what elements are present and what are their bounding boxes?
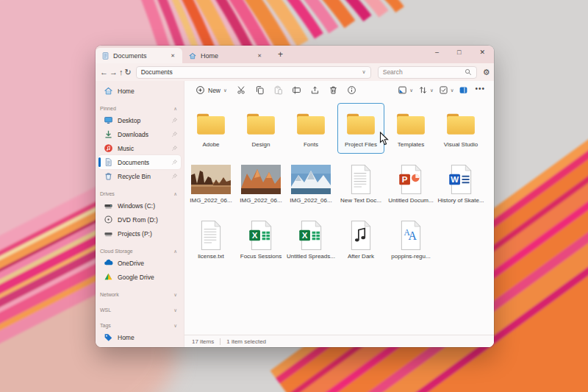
sidebar-item-music[interactable]: Music: [98, 141, 181, 155]
chevron-down-icon[interactable]: ∨: [173, 323, 177, 329]
address-text: Documents: [141, 68, 362, 76]
maximize-button[interactable]: □: [454, 47, 464, 57]
paste-icon: [273, 85, 283, 95]
main-panel: New∨∨∨∨••• AdobeDesignFontsProject Files…: [184, 81, 494, 347]
file-untitled-docum[interactable]: PUntitled Docum...: [387, 159, 434, 210]
chevron-up-icon[interactable]: ∧: [173, 106, 177, 112]
sort-button[interactable]: ∨: [418, 85, 434, 95]
sidebar-item-label: Downloads: [118, 131, 167, 138]
sidebar-item-label: Windows (C:): [118, 202, 178, 210]
sidebar-item-dvd-rom-d[interactable]: DVD Rom (D:): [98, 213, 181, 227]
chevron-up-icon[interactable]: ∧: [173, 249, 177, 254]
textdoc-icon: [349, 162, 373, 196]
rename-icon: [292, 85, 301, 95]
file-untitled-spreads[interactable]: XUntitled Spreads...: [287, 215, 334, 266]
up-button[interactable]: ↑: [119, 68, 123, 76]
pin-icon[interactable]: [171, 159, 178, 165]
folder-project-files[interactable]: Project Files: [337, 103, 384, 154]
pin-icon[interactable]: [171, 173, 178, 179]
chevron-down-icon[interactable]: ∨: [173, 307, 177, 313]
folder-icon: [345, 106, 376, 140]
window-controls: – □ ✕: [432, 47, 488, 57]
sidebar-item-downloads[interactable]: Downloads: [98, 127, 181, 141]
address-bar[interactable]: Documents ∨: [136, 66, 371, 79]
forward-button[interactable]: →: [110, 68, 118, 76]
new-button-label: New: [208, 87, 220, 94]
file-img-2022-06[interactable]: IMG_2022_06...: [237, 159, 284, 210]
sidebar-item-onedrive[interactable]: OneDrive: [98, 256, 181, 270]
pin-icon[interactable]: [171, 131, 178, 138]
folder-design[interactable]: Design: [237, 103, 284, 154]
sidebar-item-documents[interactable]: Documents: [98, 155, 181, 169]
details-pane-button[interactable]: [459, 85, 468, 95]
sidebar-item-label: Google Drive: [118, 274, 178, 281]
sidebar-section-drives[interactable]: Drives∧: [98, 189, 181, 199]
chevron-down-icon[interactable]: ∨: [362, 69, 366, 75]
file-row: IMG_2022_06...IMG_2022_06...IMG_2022_06.…: [187, 159, 494, 210]
search-box[interactable]: [378, 66, 477, 79]
sidebar-section-tags[interactable]: Tags∨: [98, 321, 181, 330]
chevron-up-icon[interactable]: ∧: [173, 191, 177, 197]
word-icon: W: [448, 162, 473, 196]
file-label: IMG_2022_06...: [190, 197, 232, 204]
sidebar-section-wsl[interactable]: WSL∨: [98, 305, 181, 315]
selection-count: 1 item selected: [226, 338, 266, 345]
file-poppins-regu[interactable]: AApoppins-regu...: [387, 215, 434, 266]
sidebar-item-label: Projects (P:): [118, 230, 178, 238]
properties-button[interactable]: [344, 83, 359, 97]
file-focus-sessions[interactable]: XFocus Sessions: [237, 215, 284, 266]
sidebar-item-recycle-bin[interactable]: Recycle Bin: [98, 169, 181, 183]
folder-templates[interactable]: Templates: [387, 103, 434, 154]
file-label: license.txt: [198, 253, 224, 260]
file-license-txt[interactable]: license.txt: [187, 215, 234, 266]
sidebar-item-projects-p[interactable]: Projects (P:): [98, 227, 181, 240]
view-options-button[interactable]: ∨: [439, 85, 454, 95]
file-after-dark[interactable]: After Dark: [337, 215, 384, 266]
sidebar-section-cloud-storage[interactable]: Cloud Storage∧: [98, 246, 181, 256]
file-label: Untitled Docum...: [388, 197, 433, 204]
tab-documents[interactable]: Documents ✕: [96, 48, 182, 63]
tag-icon: [104, 332, 113, 342]
sidebar-item-desktop[interactable]: Desktop: [98, 113, 181, 127]
share-button[interactable]: [307, 83, 323, 97]
svg-text:P: P: [402, 175, 408, 184]
file-new-text-doc[interactable]: New Text Doc...: [337, 159, 384, 210]
sidebar-item-home[interactable]: Home: [98, 84, 181, 98]
pin-icon[interactable]: [171, 145, 178, 152]
folder-adobe[interactable]: Adobe: [187, 103, 234, 154]
sidebar-section-network[interactable]: Network∨: [98, 290, 181, 299]
file-img-2022-06[interactable]: IMG_2022_06...: [187, 159, 234, 210]
copy-button[interactable]: [252, 83, 268, 97]
window-body: HomePinned∧DesktopDownloadsMusicDocument…: [96, 81, 494, 347]
refresh-button[interactable]: ↻: [125, 68, 132, 77]
sidebar-item-windows-c[interactable]: Windows (C:): [98, 199, 181, 213]
new-tab-button[interactable]: +: [272, 49, 289, 60]
powerpoint-icon: P: [398, 162, 423, 196]
file-history-of-skate[interactable]: WHistory of Skate...: [437, 159, 484, 210]
mouse-cursor: [379, 132, 389, 146]
minimize-button[interactable]: –: [432, 47, 442, 57]
close-tab-icon[interactable]: ✕: [254, 51, 265, 60]
cut-button[interactable]: [234, 83, 249, 97]
chevron-down-icon[interactable]: ∨: [173, 292, 177, 298]
search-input[interactable]: [383, 68, 465, 76]
file-label: IMG_2022_06...: [240, 197, 282, 204]
rename-button[interactable]: [289, 83, 304, 97]
file-img-2022-06[interactable]: IMG_2022_06...: [287, 159, 334, 210]
more-options-button[interactable]: •••: [473, 85, 487, 96]
new-button[interactable]: New∨: [192, 84, 231, 96]
folder-visual-studio[interactable]: Visual Studio: [437, 103, 484, 154]
back-button[interactable]: ←: [100, 68, 108, 76]
tab-home[interactable]: Home ✕: [182, 48, 269, 63]
settings-gear-icon[interactable]: ⚙: [483, 68, 490, 77]
delete-button[interactable]: [326, 83, 341, 97]
close-tab-icon[interactable]: ✕: [168, 51, 178, 60]
sidebar-item-home[interactable]: Home: [98, 330, 181, 344]
sidebar-section-label: WSL: [100, 307, 173, 313]
close-button[interactable]: ✕: [476, 47, 488, 57]
layout-button[interactable]: ∨: [398, 85, 413, 95]
sidebar-item-google-drive[interactable]: Google Drive: [98, 270, 181, 284]
sidebar-section-pinned[interactable]: Pinned∧: [98, 104, 181, 113]
folder-fonts[interactable]: Fonts: [287, 103, 334, 154]
pin-icon[interactable]: [171, 117, 178, 124]
